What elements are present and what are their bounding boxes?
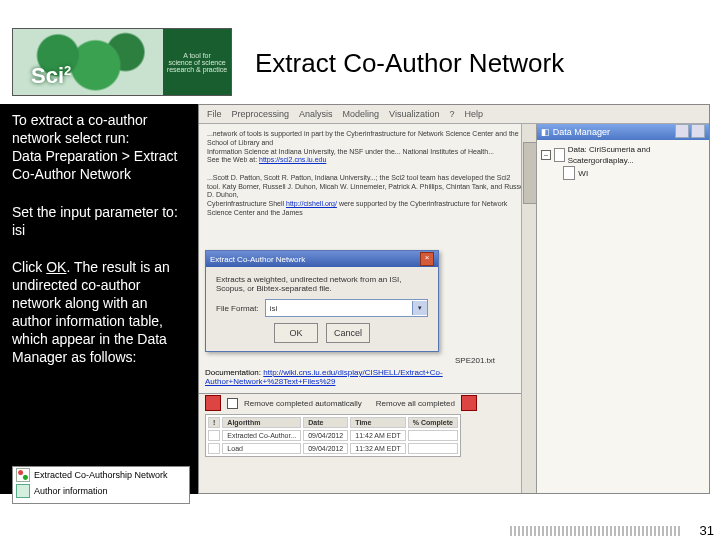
footer-hash (510, 526, 680, 536)
console-l6: tool. Katy Borner, Russell J. Duhon, Mic… (207, 183, 528, 201)
logo-art: Sci2 (13, 29, 163, 95)
close-icon[interactable]: × (420, 252, 434, 266)
dm-title-text: Data Manager (553, 127, 610, 137)
instruction-sidebar: To extract a co-author network select ru… (0, 104, 198, 494)
logo-side-l1: A tool for (183, 52, 211, 59)
remove-icon[interactable] (205, 395, 221, 411)
dm-title-icons[interactable] (673, 124, 705, 140)
fileformat-value: isi (270, 304, 278, 313)
dialog-title-text: Extract Co-Author Network (210, 255, 305, 264)
r1c3: 11:32 AM EDT (350, 443, 406, 454)
menubar[interactable]: File Preprocessing Analysis Modeling Vis… (199, 105, 709, 124)
remove-all-button[interactable]: Remove all completed (376, 399, 455, 408)
result-row1-label: Extracted Co-Authorship Network (34, 470, 168, 480)
doc-label: Documentation: (205, 368, 261, 377)
col-algo: Algorithm (222, 417, 301, 428)
col-date: Date (303, 417, 348, 428)
menu-extra[interactable]: ? (449, 109, 454, 119)
scrollbar-thumb[interactable] (523, 142, 537, 204)
page-title: Extract Co-Author Network (255, 48, 564, 79)
instruction-p3: Click OK. The result is an undirected co… (12, 259, 186, 366)
instruction-p2a: Set the input parameter to: (12, 204, 178, 220)
tree-root[interactable]: – Data: CiriScumeria and Scatergordiapla… (541, 144, 705, 166)
r0c2: 09/04/2012 (303, 430, 348, 441)
chk-auto-label: Remove completed automatically (244, 399, 362, 408)
r0c4 (408, 430, 458, 441)
col-pct: % Complete (408, 417, 458, 428)
console-l7: Cyberinfrastructure Shell http://cishell… (207, 200, 528, 218)
scheduler-table: ! Algorithm Date Time % Complete Extract… (205, 414, 461, 457)
instruction-menu-path: Data Preparation > Extract Co-Author Net… (12, 148, 177, 182)
table-row[interactable]: Load 09/04/2012 11:32 AM EDT (208, 443, 458, 454)
console-url1[interactable]: https://sci2.cns.iu.edu (259, 156, 326, 163)
console-url2[interactable]: http://cishell.org/ (286, 200, 337, 207)
result-inset: Extracted Co-Authorship Network Author i… (12, 466, 190, 504)
slide: Sci2 A tool for science of science resea… (0, 0, 720, 540)
chevron-down-icon[interactable]: ▾ (412, 301, 427, 315)
console: ...network of tools is supported in part… (199, 124, 536, 224)
scheduler-bar: Remove completed automatically Remove al… (199, 394, 536, 412)
table-row[interactable]: Extracted Co-Author... 09/04/2012 11:42 … (208, 430, 458, 441)
console-doc: Documentation: http://wiki.cns.iu.edu/di… (205, 368, 536, 386)
extract-dialog: Extract Co-Author Network × Extracts a w… (205, 250, 439, 352)
dm-max-icon[interactable] (691, 124, 705, 138)
console-file: SPE201.txt (205, 356, 495, 365)
r1c4 (408, 443, 458, 454)
tree-child[interactable]: WI (563, 166, 705, 180)
chk-auto[interactable] (227, 398, 238, 409)
cancel-button[interactable]: Cancel (326, 323, 370, 343)
remove-all-icon[interactable] (461, 395, 477, 411)
r0c1: Extracted Co-Author... (222, 430, 301, 441)
dialog-titlebar[interactable]: Extract Co-Author Network × (206, 251, 438, 267)
dm-tree[interactable]: – Data: CiriScumeria and Scatergordiapla… (537, 140, 709, 184)
col-time: Time (350, 417, 406, 428)
menu-visualization[interactable]: Visualization (389, 109, 439, 119)
network-icon (16, 468, 30, 482)
tree-child-label: WI (578, 168, 588, 179)
instruction-p1-text: To extract a co-author network select ru… (12, 112, 147, 146)
dialog-body: Extracts a weighted, undirected network … (206, 267, 438, 351)
col-alert: ! (208, 417, 220, 428)
scheduler-pane: Remove completed automatically Remove al… (199, 393, 536, 494)
instruction-p2: Set the input parameter to: isi (12, 204, 186, 240)
r1c2: 09/04/2012 (303, 443, 348, 454)
logo-brand-sup: 2 (64, 63, 71, 78)
table-icon (16, 484, 30, 498)
dialog-row: File Format: isi ▾ (216, 299, 428, 317)
tree-expand-icon[interactable]: – (541, 150, 550, 160)
ok-button[interactable]: OK (274, 323, 318, 343)
result-row2-label: Author information (34, 486, 108, 496)
instruction-p1: To extract a co-author network select ru… (12, 112, 186, 184)
console-l1: ...network of tools is supported in part… (207, 130, 528, 148)
console-l5: ...Scott D. Patton, Scott R. Patton, Ind… (207, 174, 528, 183)
logo-brand-text: Sci (31, 63, 64, 88)
r0c3: 11:42 AM EDT (350, 430, 406, 441)
console-file-text: SPE201.txt (455, 356, 495, 365)
console-l3: See the Web at: https://sci2.cns.iu.edu (207, 156, 528, 165)
logo-banner: Sci2 A tool for science of science resea… (12, 28, 232, 96)
instruction-p3a: Click (12, 259, 46, 275)
instruction-isi: isi (12, 222, 25, 238)
file-icon (563, 166, 575, 180)
dm-min-icon[interactable] (675, 124, 689, 138)
menu-help[interactable]: Help (464, 109, 483, 119)
logo-side: A tool for science of science research &… (163, 29, 231, 95)
scrollbar[interactable] (521, 124, 536, 494)
menu-preprocessing[interactable]: Preprocessing (232, 109, 290, 119)
app-body: ...network of tools is supported in part… (199, 124, 709, 494)
logo-brand: Sci2 (31, 63, 71, 89)
dialog-desc: Extracts a weighted, undirected network … (216, 275, 428, 293)
r1c1: Load (222, 443, 301, 454)
menu-file[interactable]: File (207, 109, 222, 119)
tree-root-label: Data: CiriScumeria and Scatergordiaplay.… (568, 144, 705, 166)
logo-side-l2: science of science (168, 59, 225, 66)
menu-modeling[interactable]: Modeling (343, 109, 380, 119)
data-manager-titlebar[interactable]: ◧ Data Manager (537, 124, 709, 140)
r0c0 (208, 430, 220, 441)
result-row-network: Extracted Co-Authorship Network (13, 467, 189, 483)
fileformat-select[interactable]: isi ▾ (265, 299, 428, 317)
r1c0 (208, 443, 220, 454)
menu-analysis[interactable]: Analysis (299, 109, 333, 119)
fileformat-label: File Format: (216, 304, 259, 313)
console-l3-t: See the Web at: (207, 156, 259, 163)
